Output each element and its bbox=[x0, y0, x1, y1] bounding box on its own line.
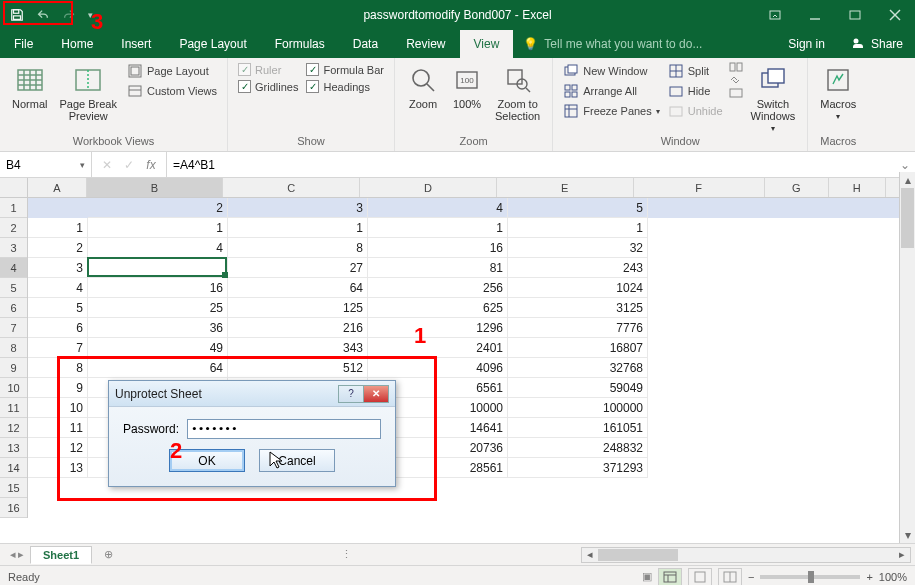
row-header[interactable]: 11 bbox=[0, 398, 27, 418]
cell[interactable]: 3125 bbox=[508, 298, 648, 318]
cell[interactable]: 16807 bbox=[508, 338, 648, 358]
scroll-left-icon[interactable]: ◂ bbox=[582, 548, 598, 562]
tab-data[interactable]: Data bbox=[339, 30, 392, 58]
cell[interactable]: 9 bbox=[28, 378, 88, 398]
zoom-out-button[interactable]: − bbox=[748, 571, 754, 583]
cell[interactable]: 2401 bbox=[368, 338, 508, 358]
cell[interactable]: 64 bbox=[228, 278, 368, 298]
cell[interactable]: 7 bbox=[28, 338, 88, 358]
cell[interactable]: 8 bbox=[28, 358, 88, 378]
tell-me-search[interactable]: 💡 Tell me what you want to do... bbox=[513, 30, 774, 58]
formula-input[interactable]: =A4^B1 bbox=[167, 152, 895, 177]
tab-home[interactable]: Home bbox=[47, 30, 107, 58]
tab-formulas[interactable]: Formulas bbox=[261, 30, 339, 58]
row-header[interactable]: 1 bbox=[0, 198, 27, 218]
sheet-nav[interactable]: ◂▸ bbox=[4, 548, 30, 561]
custom-views-button[interactable]: Custom Views bbox=[125, 82, 219, 100]
cell[interactable]: 2 bbox=[88, 198, 228, 218]
row-header[interactable]: 12 bbox=[0, 418, 27, 438]
gridlines-checkbox[interactable]: Gridlines bbox=[236, 79, 300, 94]
qa-customize-icon[interactable]: ▾ bbox=[84, 4, 96, 26]
cell[interactable]: 8 bbox=[228, 238, 368, 258]
cell[interactable]: 216 bbox=[228, 318, 368, 338]
ribbon-options-icon[interactable] bbox=[755, 0, 795, 30]
cell[interactable]: 9 bbox=[88, 258, 228, 278]
cell[interactable]: 1 bbox=[508, 218, 648, 238]
row-header[interactable]: 4 bbox=[0, 258, 27, 278]
signin-link[interactable]: Sign in bbox=[774, 30, 839, 58]
column-header[interactable]: D bbox=[360, 178, 497, 197]
redo-icon[interactable] bbox=[58, 4, 80, 26]
cell[interactable]: 36 bbox=[88, 318, 228, 338]
fx-icon[interactable]: fx bbox=[142, 158, 160, 172]
cell[interactable]: 371293 bbox=[508, 458, 648, 478]
tab-insert[interactable]: Insert bbox=[107, 30, 165, 58]
cell[interactable]: 512 bbox=[228, 358, 368, 378]
column-header[interactable]: A bbox=[28, 178, 87, 197]
view-side-by-side-icons[interactable] bbox=[729, 62, 743, 98]
spreadsheet-grid[interactable]: ABCDEFGHI 12345678910111213141516 234511… bbox=[0, 178, 915, 543]
cell[interactable]: 13 bbox=[28, 458, 88, 478]
column-header[interactable]: G bbox=[765, 178, 829, 197]
cell[interactable]: 32768 bbox=[508, 358, 648, 378]
cell[interactable]: 25 bbox=[88, 298, 228, 318]
tab-page-layout[interactable]: Page Layout bbox=[165, 30, 260, 58]
share-button[interactable]: Share bbox=[839, 30, 915, 58]
cell[interactable]: 248832 bbox=[508, 438, 648, 458]
cell[interactable]: 1 bbox=[368, 218, 508, 238]
dialog-titlebar[interactable]: Unprotect Sheet ? ✕ bbox=[109, 381, 395, 407]
zoom-button[interactable]: Zoom bbox=[403, 62, 443, 112]
column-headers[interactable]: ABCDEFGHI bbox=[28, 178, 915, 198]
column-header[interactable]: F bbox=[634, 178, 765, 197]
macros-button[interactable]: Macros▾ bbox=[816, 62, 860, 123]
cell[interactable]: 7776 bbox=[508, 318, 648, 338]
maximize-icon[interactable] bbox=[835, 0, 875, 30]
row-header[interactable]: 16 bbox=[0, 498, 27, 518]
zoom-slider[interactable] bbox=[760, 575, 860, 579]
cell[interactable]: 256 bbox=[368, 278, 508, 298]
row-header[interactable]: 5 bbox=[0, 278, 27, 298]
zoom-100-button[interactable]: 100100% bbox=[447, 62, 487, 112]
cell[interactable]: 100000 bbox=[508, 398, 648, 418]
row-header[interactable]: 7 bbox=[0, 318, 27, 338]
add-sheet-button[interactable]: ⊕ bbox=[98, 545, 118, 565]
cell[interactable]: 49 bbox=[88, 338, 228, 358]
cell[interactable]: 3 bbox=[28, 258, 88, 278]
row-header[interactable]: 10 bbox=[0, 378, 27, 398]
cell[interactable]: 4 bbox=[368, 198, 508, 218]
cancel-formula-icon[interactable]: ✕ bbox=[98, 158, 116, 172]
cell[interactable]: 16 bbox=[368, 238, 508, 258]
zoom-in-button[interactable]: + bbox=[866, 571, 872, 583]
sheet-tab-sheet1[interactable]: Sheet1 bbox=[30, 546, 92, 564]
cell[interactable]: 4 bbox=[28, 278, 88, 298]
minimize-icon[interactable] bbox=[795, 0, 835, 30]
cell[interactable]: 6 bbox=[28, 318, 88, 338]
cell[interactable]: 343 bbox=[228, 338, 368, 358]
dialog-help-button[interactable]: ? bbox=[338, 385, 364, 403]
formula-bar-checkbox[interactable]: Formula Bar bbox=[304, 62, 386, 77]
scroll-up-icon[interactable]: ▴ bbox=[900, 172, 915, 188]
scroll-down-icon[interactable]: ▾ bbox=[900, 527, 915, 543]
cell[interactable]: 4 bbox=[88, 238, 228, 258]
column-header[interactable]: E bbox=[497, 178, 634, 197]
tab-file[interactable]: File bbox=[0, 30, 47, 58]
cell[interactable]: 1 bbox=[88, 218, 228, 238]
split-button[interactable]: Split bbox=[666, 62, 725, 80]
cell[interactable]: 243 bbox=[508, 258, 648, 278]
select-all-corner[interactable] bbox=[0, 178, 28, 198]
row-header[interactable]: 2 bbox=[0, 218, 27, 238]
cell[interactable]: 1296 bbox=[368, 318, 508, 338]
page-break-preview-button[interactable]: Page Break Preview bbox=[55, 62, 120, 124]
name-box[interactable]: B4▾ bbox=[0, 152, 92, 177]
row-header[interactable]: 3 bbox=[0, 238, 27, 258]
vertical-scrollbar[interactable]: ▴ ▾ bbox=[899, 172, 915, 543]
column-header[interactable]: B bbox=[87, 178, 224, 197]
row-header[interactable]: 15 bbox=[0, 478, 27, 498]
dialog-close-button[interactable]: ✕ bbox=[363, 385, 389, 403]
cell[interactable]: 81 bbox=[368, 258, 508, 278]
password-input[interactable] bbox=[187, 419, 381, 439]
horizontal-scrollbar[interactable]: ◂ ▸ bbox=[581, 547, 911, 563]
cell[interactable]: 27 bbox=[228, 258, 368, 278]
zoom-level[interactable]: 100% bbox=[879, 571, 907, 583]
sheet-next-icon[interactable]: ▸ bbox=[18, 548, 24, 561]
